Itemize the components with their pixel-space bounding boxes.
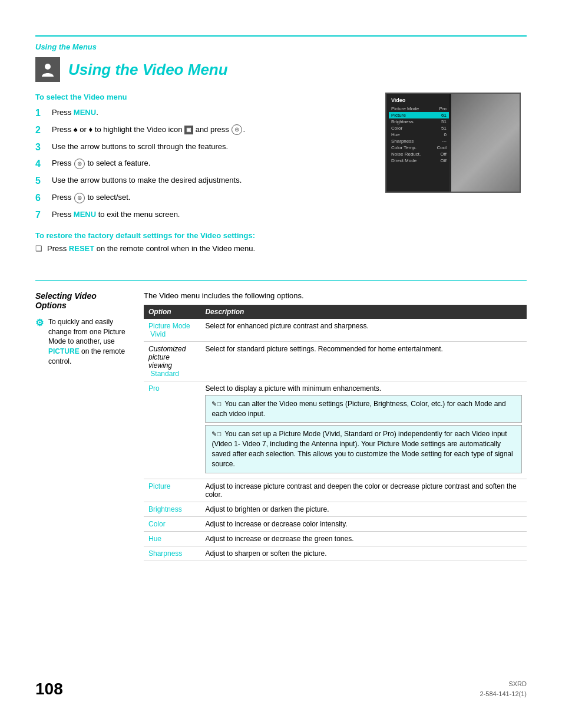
option-name-color: Color [148, 520, 166, 528]
step-3: 3 Use the arrow buttons to scroll throug… [35, 141, 373, 154]
option-desc-standard: Select for standard picture settings. Re… [200, 341, 527, 381]
screen-menu-panel: Video Picture ModePro Picture61 Brightne… [386, 94, 451, 192]
step-7: 7 Press MENU to exit the menu screen. [35, 209, 373, 222]
screen-row-7: Noise Reduct.Off [389, 151, 449, 157]
step-num-5: 5 [35, 175, 46, 187]
step-text-4: Press ⊛ to select a feature. [52, 158, 150, 169]
table-row: Brightness Adjust to brighten or darken … [144, 502, 527, 516]
top-rule [35, 35, 527, 37]
option-name-brightness: Brightness [148, 505, 182, 513]
section-label: Using the Menus [35, 42, 527, 51]
screen-background [449, 94, 520, 192]
table-header-row: Option Description [144, 305, 527, 319]
col-description: Description [200, 305, 527, 319]
footer-code-line1: SXRD [508, 680, 527, 687]
table-row: Hue Adjust to increase or decrease the g… [144, 531, 527, 546]
step-2: 2 Press ♠ or ♦ to highlight the Video ic… [35, 124, 373, 137]
option-name-sharpness: Sharpness [148, 549, 182, 558]
option-cell-sharpness: Sharpness [144, 546, 200, 561]
option-value-vivid: Vivid [150, 330, 166, 338]
mid-rule [35, 280, 527, 281]
option-cell-pro: Pro [144, 381, 200, 479]
option-name-picture-mode: Picture Mode [148, 322, 190, 330]
factory-heading: To restore the factory default settings … [35, 231, 373, 240]
instructions-col: To select the Video menu 1 Press MENU. 2… [35, 93, 373, 266]
step-1: 1 Press MENU. [35, 107, 373, 120]
picture-keyword: PICTURE [48, 347, 80, 355]
option-desc-color: Adjust to increase or decrease color int… [200, 516, 527, 531]
person-icon [39, 61, 56, 78]
video-icon-inline: ▣ [184, 126, 193, 134]
option-desc-pro: Select to display a picture with minimum… [205, 384, 522, 393]
step-num-1: 1 [35, 107, 46, 120]
step-4: 4 Press ⊛ to select a feature. [35, 158, 373, 170]
footer-code: SXRD 2-584-141-12(1) [480, 679, 527, 699]
col-option: Option [144, 305, 200, 319]
table-intro: The Video menu includes the following op… [144, 291, 527, 300]
step-num-6: 6 [35, 192, 46, 205]
table-row: Customizedpictureviewing Standard Select… [144, 341, 527, 381]
main-content: To select the Video menu 1 Press MENU. 2… [35, 93, 527, 266]
note-icon: ⚙ [35, 317, 44, 328]
select-video-heading: To select the Video menu [35, 93, 373, 101]
reset-keyword: RESET [69, 244, 94, 253]
table-row: Color Adjust to increase or decrease col… [144, 516, 527, 531]
page-title: Using the Video Menu [68, 61, 228, 79]
table-row: Picture Mode Vivid Select for enhanced p… [144, 319, 527, 342]
option-value-standard: Standard [150, 370, 179, 378]
screenshot-area: Video Picture ModePro Picture61 Brightne… [385, 93, 527, 266]
option-cell-picture-mode: Picture Mode Vivid [144, 319, 200, 342]
steps-list: 1 Press MENU. 2 Press ♠ or ♦ to highligh… [35, 107, 373, 222]
page-number: 108 [35, 680, 63, 699]
screen-row-3: Color51 [389, 125, 449, 131]
screen-mock: Video Picture ModePro Picture61 Brightne… [385, 93, 521, 193]
screen-row-0: Picture ModePro [389, 106, 449, 112]
table-col: The Video menu includes the following op… [144, 291, 527, 561]
page-footer: 108 SXRD 2-584-141-12(1) [35, 679, 527, 699]
checkbox-icon: ❑ [35, 244, 42, 253]
option-desc-hue: Adjust to increase or decrease the green… [200, 531, 527, 546]
sidebar-note-text: To quickly and easily change from one Pi… [48, 317, 130, 367]
step-text-7: Press MENU to exit the menu screen. [52, 209, 180, 220]
sidebar-note: ⚙ To quickly and easily change from one … [35, 317, 130, 367]
table-row: Picture Adjust to increase picture contr… [144, 479, 527, 502]
note-prefix-2: ✎□ [211, 430, 221, 437]
options-table: Option Description Picture Mode Vivid Se… [144, 305, 527, 561]
option-desc-pro-cell: Select to display a picture with minimum… [200, 381, 527, 479]
table-row: Sharpness Adjust to sharpen or soften th… [144, 546, 527, 561]
screen-row-2: Brightness51 [389, 118, 449, 125]
screen-menu-title: Video [389, 97, 449, 103]
menu-keyword-1: MENU [74, 108, 96, 117]
screen-row-4: Hue0 [389, 131, 449, 138]
option-cell-color: Color [144, 516, 200, 531]
option-desc-vivid: Select for enhanced picture contrast and… [200, 319, 527, 342]
step-text-1: Press MENU. [52, 107, 98, 118]
step-text-2: Press ♠ or ♦ to highlight the Video icon… [52, 124, 245, 136]
step-6: 6 Press ⊛ to select/set. [35, 192, 373, 205]
note-box-2: ✎□ You can set up a Picture Mode (Vivid,… [205, 425, 522, 473]
factory-section: To restore the factory default settings … [35, 231, 373, 254]
factory-text: Press RESET on the remote control when i… [47, 243, 255, 254]
option-cell-customized: Customizedpictureviewing Standard [144, 341, 200, 381]
screen-row-6: Color Temp.Cool [389, 144, 449, 151]
option-cell-picture: Picture [144, 479, 200, 502]
option-desc-sharpness: Adjust to sharpen or soften the picture. [200, 546, 527, 561]
factory-row: ❑ Press RESET on the remote control when… [35, 243, 373, 254]
option-value-pro: Pro [148, 384, 160, 393]
step-text-6: Press ⊛ to select/set. [52, 192, 130, 203]
option-cell-brightness: Brightness [144, 502, 200, 516]
title-icon [35, 57, 60, 82]
enter-btn-6: ⊛ [74, 193, 85, 203]
table-row: Pro Select to display a picture with min… [144, 381, 527, 479]
step-num-4: 4 [35, 158, 46, 170]
svg-point-0 [45, 64, 51, 70]
step-num-7: 7 [35, 209, 46, 222]
sidebar-title: Selecting VideoOptions [35, 291, 130, 310]
step-5: 5 Use the arrow buttons to make the desi… [35, 175, 373, 187]
enter-btn-2: ⊛ [232, 124, 242, 135]
option-desc-picture: Adjust to increase picture contrast and … [200, 479, 527, 502]
option-name-hue: Hue [148, 535, 161, 543]
step-num-2: 2 [35, 124, 46, 137]
step-text-5: Use the arrow buttons to make the desire… [52, 175, 242, 186]
option-desc-brightness: Adjust to brighten or darken the picture… [200, 502, 527, 516]
